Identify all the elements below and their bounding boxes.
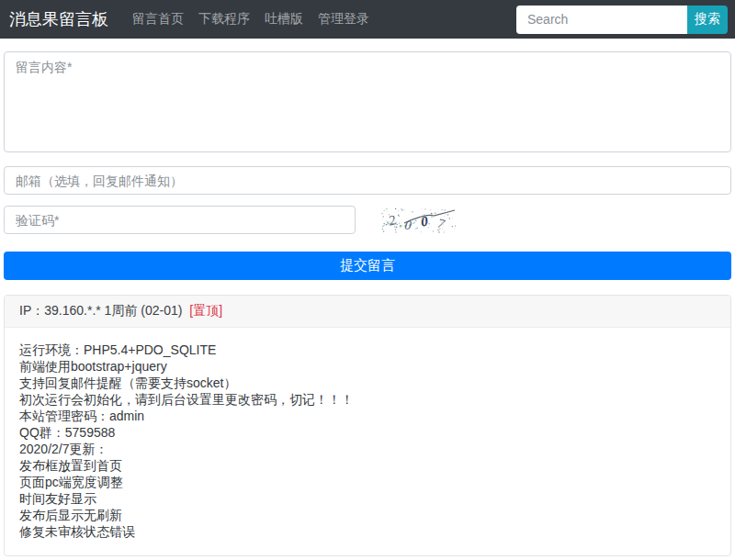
navbar: 消息果留言板 留言首页 下载程序 吐槽版 管理登录 搜索: [0, 0, 735, 39]
captcha-noise-dot: [437, 229, 438, 230]
captcha-noise-dot: [428, 223, 429, 224]
submit-message-button[interactable]: 提交留言: [4, 252, 731, 280]
captcha-noise-dot: [448, 225, 449, 226]
nav-item-download[interactable]: 下载程序: [191, 11, 257, 28]
message-content-textarea[interactable]: [4, 51, 731, 152]
captcha-noise-dot: [431, 216, 432, 217]
captcha-noise-dot: [381, 212, 382, 213]
captcha-noise-dot: [431, 212, 433, 214]
message-line: 本站管理密码：admin: [19, 408, 716, 424]
captcha-noise-dot: [399, 222, 401, 224]
captcha-noise-dot: [449, 208, 450, 209]
captcha-noise-dot: [404, 229, 405, 230]
captcha-noise-dot: [430, 209, 431, 210]
captcha-noise-dot: [431, 226, 432, 227]
captcha-noise-dot: [395, 222, 397, 224]
captcha-noise-dot: [426, 221, 427, 222]
message-line: 运行环境：PHP5.4+PDO_SQLITE: [19, 342, 716, 358]
captcha-noise-dot: [400, 225, 401, 227]
captcha-noise-dot: [422, 207, 423, 208]
message-line: 发布后显示无刷新: [19, 507, 716, 523]
nav-item-home[interactable]: 留言首页: [125, 11, 191, 28]
nav-links: 留言首页 下载程序 吐槽版 管理登录: [125, 11, 377, 28]
captcha-noise-dot: [447, 214, 449, 216]
captcha-noise-dot: [420, 216, 422, 218]
captcha-noise-dot: [392, 217, 393, 218]
captcha-noise-dot: [395, 229, 397, 230]
captcha-noise-dot: [398, 214, 399, 215]
captcha-noise-dot: [415, 228, 416, 229]
search-button[interactable]: 搜索: [687, 6, 728, 34]
captcha-noise-dot: [427, 221, 428, 222]
captcha-noise-dot: [438, 230, 439, 230]
message-line: 2020/2/7更新：: [19, 441, 716, 457]
captcha-noise-dot: [441, 222, 443, 224]
message-line: 支持回复邮件提醒（需要支持socket）: [19, 375, 716, 391]
captcha-field[interactable]: [4, 206, 356, 234]
captcha-noise-dot: [414, 228, 415, 229]
captcha-noise-dot: [383, 222, 385, 224]
captcha-noise-dot: [387, 210, 388, 211]
captcha-noise-dot: [424, 214, 424, 215]
message-line: 页面pc端宽度调整: [19, 474, 716, 490]
captcha-noise-dot: [386, 213, 387, 214]
captcha-noise-dot: [438, 231, 439, 232]
captcha-noise-dot: [394, 226, 395, 227]
captcha-noise-dot: [416, 227, 418, 229]
captcha-noise-dot: [389, 213, 390, 215]
captcha-noise-dot: [393, 218, 394, 218]
email-field[interactable]: [4, 166, 731, 195]
message-line: 发布框放置到首页: [19, 457, 716, 474]
message-card-header: IP：39.160.*.* 1周前 (02-01) [置顶]: [5, 296, 730, 328]
captcha-noise-dot: [440, 218, 441, 218]
captcha-noise-dot: [395, 231, 396, 232]
captcha-noise-dot: [424, 208, 425, 209]
message-line: 前端使用bootstrap+jquery: [19, 358, 716, 375]
captcha-digit-2: 0: [404, 218, 413, 232]
captcha-noise-dot: [446, 212, 447, 213]
captcha-noise-dot: [424, 215, 424, 216]
nav-item-admin-login[interactable]: 管理登录: [311, 11, 377, 28]
captcha-noise-dot: [452, 226, 453, 227]
captcha-noise-dot: [455, 225, 456, 226]
captcha-noise-dot: [390, 224, 391, 225]
captcha-noise-dot: [386, 220, 387, 221]
main-content: 2 0 0 7 提交留言 IP：39.160.*.* 1周前 (02-01) […: [0, 51, 735, 556]
captcha-noise-dot: [386, 207, 387, 208]
captcha-noise-dot: [396, 221, 397, 222]
captcha-noise-dot: [444, 209, 445, 210]
captcha-noise-dot: [383, 218, 384, 219]
captcha-noise-dot: [410, 218, 411, 219]
captcha-noise-dot: [398, 210, 399, 211]
captcha-noise-dot: [423, 218, 424, 220]
nav-item-tucao[interactable]: 吐槽版: [257, 11, 311, 28]
captcha-noise-dot: [422, 219, 423, 220]
message-line: QQ群：5759588: [19, 424, 716, 441]
captcha-image[interactable]: 2 0 0 7: [380, 207, 458, 233]
pinned-badge: [置顶]: [189, 303, 222, 318]
captcha-noise-dot: [395, 207, 396, 208]
captcha-noise-dot: [386, 224, 388, 226]
captcha-noise-dot: [439, 228, 440, 229]
captcha-noise-dot: [401, 208, 402, 210]
captcha-noise-dot: [383, 230, 385, 232]
captcha-noise-dot: [396, 226, 398, 228]
captcha-noise-dot: [442, 209, 443, 210]
captcha-noise-dot: [405, 208, 406, 209]
captcha-noise-dot: [387, 221, 389, 223]
captcha-noise-dot: [449, 218, 451, 219]
captcha-noise-dot: [443, 224, 444, 225]
captcha-noise-dot: [428, 227, 429, 228]
captcha-noise-dot: [382, 228, 383, 229]
captcha-noise-dot: [399, 215, 400, 216]
captcha-noise-dot: [454, 227, 455, 228]
captcha-noise-dot: [442, 228, 443, 229]
search-group: 搜索: [516, 6, 728, 34]
captcha-noise-dot: [394, 220, 395, 221]
captcha-noise-dot: [435, 212, 436, 214]
brand-title[interactable]: 消息果留言板: [9, 8, 108, 30]
captcha-noise-dot: [433, 230, 435, 232]
search-input[interactable]: [516, 6, 687, 34]
captcha-noise-dot: [444, 216, 445, 217]
captcha-noise-dot: [424, 226, 424, 227]
